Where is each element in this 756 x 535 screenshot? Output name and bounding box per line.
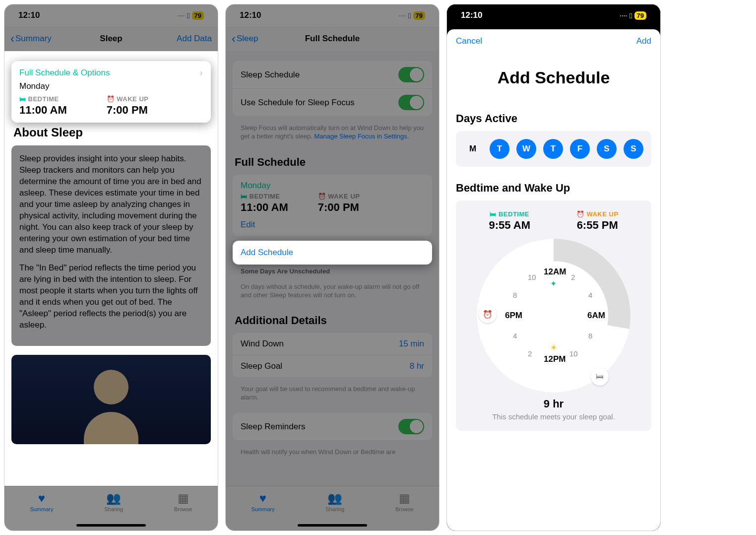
wake-knob[interactable]: ⏰ [479,305,497,323]
home-indicator[interactable] [298,524,367,527]
tab-label: Browse [395,506,414,512]
goal-footer: Your goal will be used to recommend a be… [233,383,432,407]
cancel-button[interactable]: Cancel [456,36,482,46]
status-time: 12:10 [461,10,482,20]
focus-footer: Sleep Focus will automatically turn on a… [233,122,432,146]
nav-title: Full Schedule [305,34,360,44]
status-bar: 12:10 •••• 􀙇 79 [447,4,660,26]
tab-label: Summary [251,506,274,512]
dial-label: 2 [528,349,532,358]
home-indicator[interactable] [76,524,146,527]
grid-icon: ▦ [395,491,414,505]
cell-dots-icon: •••• [399,13,406,18]
bed-knob[interactable]: 🛏 [591,368,609,386]
bed-icon: 🛏 [490,210,497,218]
back-label: Sleep [237,34,258,44]
use-focus-row[interactable]: Use Schedule for Sleep Focus [233,89,432,116]
day-chip-sa[interactable]: S [597,139,617,159]
bed-icon: 🛏 [241,193,248,200]
wakeup-value: 7:00 PM [107,104,149,117]
person-icon [84,412,138,444]
details-heading: Additional Details [235,314,430,327]
full-schedule-link[interactable]: Full Schedule & Options [19,68,110,78]
toggle-switch[interactable] [398,419,424,434]
heart-icon: ♥ [30,491,53,505]
row-label: Sleep Reminders [241,422,305,432]
add-schedule-sheet: Cancel Add Add Schedule Days Active M T … [447,29,660,531]
row-label: Sleep Schedule [241,70,300,80]
add-data-button[interactable]: Add Data [177,34,212,44]
day-chip-su[interactable]: S [624,139,643,159]
battery-badge: 79 [413,11,425,20]
back-button[interactable]: ‹ Sleep [232,32,258,46]
reminders-row[interactable]: Sleep Reminders [233,413,432,440]
time-dial[interactable]: 12AM 2 4 6AM 8 10 12PM 2 4 6PM 8 10 ✦ ☀ … [477,239,630,393]
dial-label: 2 [571,273,575,281]
tab-bar: ♥ Summary 👥 Sharing ▦ Browse [4,486,218,531]
bedtime-value: 11:00 AM [19,104,67,117]
add-schedule-button[interactable]: Add Schedule [233,241,432,265]
manage-focus-link[interactable]: Manage Sleep Focus in Settings. [314,133,409,140]
duration-value: 9 hr [466,398,641,410]
toggle-switch[interactable] [398,95,424,110]
sleep-goal-row[interactable]: Sleep Goal 8 hr [233,355,432,377]
sleep-schedule-row[interactable]: Sleep Schedule [233,61,432,89]
day-chip-f[interactable]: F [570,139,590,159]
cell-dots-icon: •••• [178,13,185,18]
row-value: 8 hr [410,361,424,371]
edit-link[interactable]: Edit [241,214,424,230]
alarm-icon: ⏰ [576,210,585,218]
tab-sharing[interactable]: 👥 Sharing [325,491,344,512]
day-chip-t[interactable]: T [490,139,509,159]
tab-sharing[interactable]: 👥 Sharing [104,491,123,512]
back-button[interactable]: ‹ Summary [10,32,52,46]
full-schedule-card[interactable]: Full Schedule & Options › Monday 🛏BEDTIM… [11,61,211,123]
schedule-day: Monday [241,181,424,191]
dial-label: 10 [528,273,536,281]
tab-summary[interactable]: ♥ Summary [30,491,53,512]
bedtime-wakeup-heading: Bedtime and Wake Up [456,182,651,195]
wakeup-value: 7:00 PM [318,201,360,214]
cell-dots-icon: •••• [620,13,628,18]
row-value: 15 min [399,339,424,349]
bedtime-value: 11:00 AM [241,201,288,214]
unscheduled-heading: Some Days Are Unscheduled [233,266,432,281]
toggle-switch[interactable] [398,67,424,82]
bedtime-label: BEDTIME [499,210,529,218]
bed-icon: 🛏 [19,95,26,103]
dial-label: 8 [588,332,592,340]
nav-bar: ‹ Sleep Full Schedule [226,26,439,51]
status-bar: 12:10 •••• 􀙇 79 [4,4,218,26]
row-label: Wind Down [241,339,284,349]
wakeup-label: WAKE UP [586,210,618,218]
tab-label: Sharing [104,506,123,512]
tab-browse[interactable]: ▦ Browse [174,491,192,512]
schedule-item[interactable]: Monday 🛏BEDTIME 11:00 AM ⏰WAKE UP 7:00 P… [233,175,432,236]
tab-summary[interactable]: ♥ Summary [251,491,274,512]
days-selector: M T W T F S S [456,131,651,167]
tab-label: Summary [30,506,53,512]
day-chip-th[interactable]: T [543,139,563,159]
battery-badge: 79 [192,11,204,20]
wind-down-row[interactable]: Wind Down 15 min [233,333,432,355]
dial-label: 10 [569,349,578,358]
wakeup-label: WAKE UP [117,95,148,103]
row-label: Use Schedule for Sleep Focus [241,98,355,108]
tab-browse[interactable]: ▦ Browse [395,491,414,512]
add-button[interactable]: Add [636,36,651,46]
day-chip-w[interactable]: W [516,139,536,159]
wifi-icon: 􀙇 [630,11,632,20]
chevron-left-icon: ‹ [232,32,236,46]
people-icon: 👥 [325,491,344,505]
wifi-icon: 􀙇 [408,11,411,20]
dial-label: 12AM [544,267,566,277]
days-active-heading: Days Active [456,112,651,125]
heart-icon: ♥ [251,491,274,505]
about-paragraph: Sleep provides insight into your sleep h… [19,153,203,256]
day-chip-m[interactable]: M [463,139,483,159]
details-group: Wind Down 15 min Sleep Goal 8 hr [233,333,432,377]
dial-label: 8 [513,291,517,299]
nav-bar: ‹ Summary Sleep Add Data [4,26,218,51]
about-heading: About Sleep [13,126,209,139]
tab-label: Browse [174,506,192,512]
